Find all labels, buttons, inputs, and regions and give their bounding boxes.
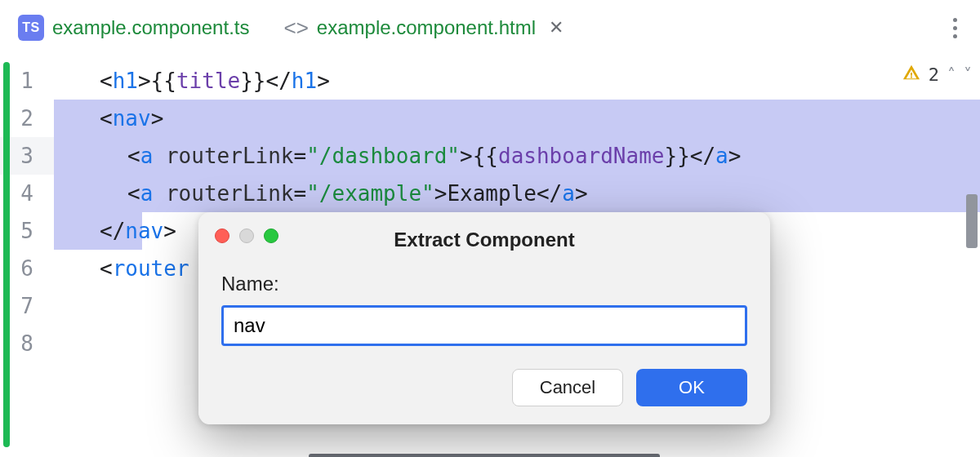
name-label: Name: <box>221 273 747 295</box>
close-icon[interactable]: ✕ <box>549 17 564 38</box>
ok-button[interactable]: OK <box>636 369 747 406</box>
vcs-change-stripe <box>3 62 10 447</box>
line-gutter: 1 2 3 4 5 6 7 8 <box>0 55 54 457</box>
tab-example-html[interactable]: <> example.component.html ✕ <box>270 0 585 55</box>
minimize-window-icon[interactable] <box>239 228 254 243</box>
code-line: <a routerLink="/dashboard">{{dashboardNa… <box>54 137 980 175</box>
component-name-input[interactable] <box>221 305 747 346</box>
html-file-icon: <> <box>283 16 308 41</box>
tab-label: example.component.html <box>317 16 536 39</box>
scrollbar-thumb[interactable] <box>966 194 978 248</box>
zoom-window-icon[interactable] <box>264 228 278 243</box>
extract-component-dialog: Extract Component Name: Cancel OK <box>198 212 770 424</box>
editor-tabbar: TS example.component.ts <> example.compo… <box>0 0 980 55</box>
tab-overflow-menu[interactable] <box>947 11 964 45</box>
code-line: <nav> <box>54 100 980 137</box>
ts-file-icon: TS <box>18 15 44 41</box>
tab-example-ts[interactable]: TS example.component.ts <box>5 0 270 55</box>
window-traffic-lights <box>215 228 278 243</box>
cancel-button[interactable]: Cancel <box>512 369 623 406</box>
tab-label: example.component.ts <box>52 16 249 39</box>
dialog-title: Extract Component <box>220 227 749 268</box>
code-line: <a routerLink="/example">Example</a> <box>54 175 980 212</box>
close-window-icon[interactable] <box>215 228 229 243</box>
code-line: <h1>{{title}}</h1> <box>54 62 980 100</box>
